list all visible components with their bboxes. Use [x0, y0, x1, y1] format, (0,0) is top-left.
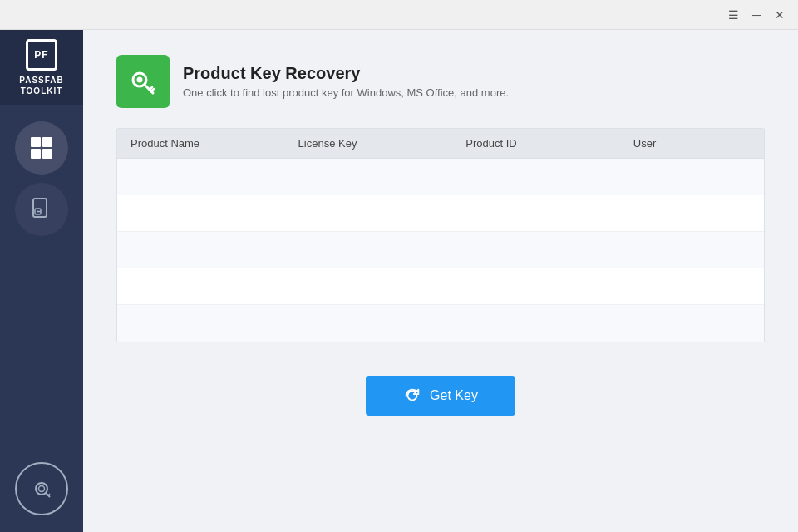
column-product-id: Product ID — [466, 137, 633, 150]
cell-product-name — [131, 204, 298, 223]
svg-line-7 — [48, 494, 50, 495]
windows-quad-1 — [31, 137, 41, 147]
cell-license-key — [298, 204, 466, 223]
windows-quad-4 — [42, 149, 52, 159]
button-area: Get Key — [116, 376, 765, 416]
sidebar-logo: PASSFABTOOLKIT — [0, 30, 83, 105]
column-license-key: License Key — [298, 137, 466, 150]
cell-product-name — [131, 167, 298, 186]
cell-user — [633, 313, 751, 333]
cell-product-id — [466, 277, 633, 296]
close-button[interactable]: ✕ — [768, 3, 791, 27]
svg-point-3 — [37, 211, 39, 213]
file-key-icon — [29, 197, 54, 222]
svg-point-9 — [137, 77, 143, 83]
table-row — [117, 232, 764, 268]
key-ring-icon — [30, 477, 53, 500]
cell-product-name — [131, 240, 298, 259]
table-row — [117, 195, 764, 232]
column-product-name: Product Name — [131, 137, 298, 150]
cell-user — [633, 277, 751, 296]
cell-product-name — [131, 313, 298, 333]
app-title-block: Product Key Recovery One click to find l… — [183, 64, 509, 99]
cell-product-id — [466, 240, 633, 259]
get-key-button[interactable]: Get Key — [366, 376, 515, 416]
table-row — [117, 268, 764, 305]
app-title: Product Key Recovery — [183, 64, 509, 83]
get-key-label: Get Key — [430, 388, 478, 403]
cell-license-key — [298, 167, 466, 186]
key-recovery-icon — [126, 65, 160, 98]
windows-icon — [31, 137, 52, 159]
menu-button[interactable]: ☰ — [722, 3, 745, 27]
svg-line-11 — [150, 87, 152, 90]
app-icon-inner — [126, 65, 160, 98]
cell-product-id — [466, 204, 633, 223]
svg-point-4 — [36, 483, 47, 495]
minimize-button[interactable]: ─ — [745, 3, 768, 27]
svg-line-12 — [151, 89, 154, 91]
product-key-table: Product Name License Key Product ID User — [116, 128, 765, 342]
cell-user — [633, 204, 751, 223]
sidebar-item-product-key[interactable] — [15, 462, 68, 515]
cell-user — [633, 240, 751, 259]
cell-product-id — [466, 167, 633, 186]
app-header: Product Key Recovery One click to find l… — [116, 55, 765, 108]
refresh-icon — [403, 387, 421, 405]
app-icon — [116, 55, 170, 108]
main-content: Product Key Recovery One click to find l… — [83, 30, 798, 532]
sidebar-brand-name: PASSFABTOOLKIT — [19, 75, 64, 96]
cell-product-id — [466, 313, 633, 333]
app-body: PASSFABTOOLKIT — [0, 30, 798, 532]
sidebar-navigation — [15, 105, 68, 462]
cell-product-name — [131, 277, 298, 296]
sidebar: PASSFABTOOLKIT — [0, 30, 83, 532]
svg-point-5 — [39, 486, 45, 492]
sidebar-bottom — [15, 462, 68, 532]
column-user: User — [633, 137, 751, 150]
table-header: Product Name License Key Product ID User — [117, 129, 764, 159]
passfab-logo-icon — [26, 39, 57, 71]
windows-quad-2 — [42, 137, 52, 147]
app-subtitle: One click to find lost product key for W… — [183, 86, 509, 99]
cell-user — [633, 167, 751, 186]
sidebar-item-windows[interactable] — [15, 121, 68, 175]
table-row — [117, 305, 764, 342]
cell-license-key — [298, 277, 466, 296]
table-row — [117, 159, 764, 195]
cell-license-key — [298, 240, 466, 259]
cell-license-key — [298, 313, 466, 333]
title-bar: ☰ ─ ✕ — [0, 0, 798, 30]
windows-quad-3 — [31, 149, 41, 159]
sidebar-item-file-key[interactable] — [15, 183, 68, 236]
